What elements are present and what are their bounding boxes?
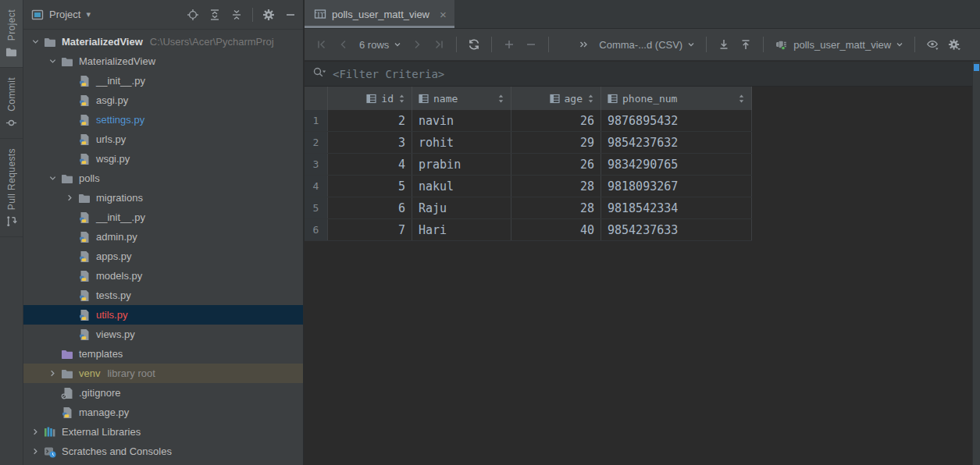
- first-page-button[interactable]: [311, 35, 333, 54]
- cell-name[interactable]: navin: [412, 110, 511, 131]
- view-table-icon: [314, 8, 326, 20]
- tree-item-scratches-and-consoles[interactable]: Scratches and Consoles: [23, 442, 303, 461]
- tree-item-external-libraries[interactable]: External Libraries: [23, 422, 303, 442]
- delete-row-button[interactable]: [520, 35, 542, 54]
- column-header-age[interactable]: age: [511, 87, 601, 110]
- stripe-tab-pull-requests[interactable]: Pull Requests: [0, 139, 23, 237]
- cell-id[interactable]: 7: [328, 219, 412, 240]
- tree-item-init-py[interactable]: __init__.py: [23, 208, 303, 227]
- chevron-right-icon[interactable]: [28, 447, 42, 456]
- collapse-all-button[interactable]: [230, 9, 243, 21]
- import-data-button[interactable]: [735, 35, 757, 54]
- row-number[interactable]: 4: [305, 176, 328, 197]
- stripe-tab-project[interactable]: Project: [0, 0, 23, 68]
- cell-age[interactable]: 26: [511, 110, 601, 131]
- cell-name[interactable]: Raju: [412, 197, 511, 218]
- chevron-down-icon[interactable]: [45, 174, 59, 183]
- chevron-right-icon[interactable]: [45, 369, 59, 378]
- gitignore-icon: [59, 387, 75, 399]
- cell-id[interactable]: 6: [328, 197, 412, 218]
- tree-item-apps-py[interactable]: apps.py: [23, 247, 303, 266]
- tree-item-models-py[interactable]: models.py: [23, 266, 303, 286]
- hide-panel-button[interactable]: [284, 9, 297, 21]
- panel-options-gear-icon[interactable]: [262, 9, 275, 21]
- reload-page-button[interactable]: [463, 35, 485, 54]
- tree-item-asgi-py[interactable]: asgi.py: [23, 91, 303, 110]
- cell-id[interactable]: 2: [328, 110, 412, 131]
- tree-item-utils-py[interactable]: utils.py: [23, 305, 303, 325]
- tree-item-urls-py[interactable]: urls.py: [23, 130, 303, 149]
- tree-item-manage-py[interactable]: manage.py: [23, 403, 303, 422]
- divider: [914, 37, 915, 52]
- tree-item-wsgi-py[interactable]: wsgi.py: [23, 149, 303, 169]
- toolbar-overflow-button[interactable]: [572, 35, 594, 54]
- cell-phone_num[interactable]: 9854237632: [601, 132, 752, 153]
- last-page-button[interactable]: [428, 35, 450, 54]
- tree-item-migrations[interactable]: migrations: [23, 188, 303, 208]
- tree-item-tests-py[interactable]: tests.py: [23, 286, 303, 305]
- export-data-button[interactable]: [713, 35, 735, 54]
- cell-phone_num[interactable]: 9854237633: [601, 219, 752, 240]
- tree-item-init-py[interactable]: __init__.py: [23, 71, 303, 91]
- row-number[interactable]: 1: [305, 110, 328, 131]
- tree-item-admin-py[interactable]: admin.py: [23, 227, 303, 247]
- chevron-down-icon[interactable]: [45, 57, 59, 66]
- cell-age[interactable]: 28: [511, 197, 601, 218]
- chevron-right-icon[interactable]: [62, 193, 77, 202]
- filter-criteria-input[interactable]: <Filter Criteria>: [305, 62, 980, 87]
- cell-phone_num[interactable]: 9818542334: [601, 197, 752, 218]
- row-number[interactable]: 2: [305, 132, 328, 153]
- cell-phone_num[interactable]: 9834290765: [601, 154, 752, 175]
- page-size-dropdown[interactable]: 6 rows: [359, 39, 401, 51]
- stripe-tab-commit[interactable]: Commit: [0, 68, 23, 139]
- close-tab-icon[interactable]: ×: [440, 9, 447, 20]
- chevron-right-icon[interactable]: [28, 428, 42, 436]
- cell-id[interactable]: 3: [328, 132, 412, 153]
- folder-icon: [77, 192, 92, 204]
- cell-age[interactable]: 40: [511, 219, 601, 240]
- cell-id[interactable]: 5: [328, 176, 412, 197]
- table-row: 56Raju289818542334: [305, 197, 752, 219]
- cell-age[interactable]: 26: [511, 154, 601, 175]
- column-header-phone_num[interactable]: phone_num: [601, 87, 752, 110]
- table-corner-cell: [305, 87, 328, 110]
- tree-item-templates[interactable]: templates: [23, 344, 303, 364]
- data-source-dropdown[interactable]: polls_user_matt_view: [775, 38, 903, 51]
- select-opened-file-button[interactable]: [187, 9, 199, 21]
- view-options-button[interactable]: [921, 35, 943, 54]
- cell-id[interactable]: 4: [328, 154, 412, 175]
- next-page-button[interactable]: [406, 35, 428, 54]
- cell-age[interactable]: 29: [511, 132, 601, 153]
- tree-item-polls[interactable]: polls: [23, 169, 303, 188]
- cell-phone_num[interactable]: 9876895432: [601, 110, 752, 131]
- cell-age[interactable]: 28: [511, 176, 601, 197]
- add-row-button[interactable]: [498, 35, 520, 54]
- column-header-id[interactable]: id: [328, 87, 412, 110]
- tree-item-views-py[interactable]: views.py: [23, 325, 303, 344]
- tab-polls-user-matt-view[interactable]: polls_user_matt_view ×: [305, 0, 454, 28]
- row-number[interactable]: 6: [305, 219, 328, 240]
- column-header-name[interactable]: name: [412, 87, 511, 110]
- tree-item-gitignore[interactable]: .gitignore: [23, 383, 303, 403]
- previous-page-button[interactable]: [333, 35, 355, 54]
- export-format-dropdown[interactable]: Comma-...d (CSV): [599, 39, 695, 51]
- cell-name[interactable]: Hari: [412, 219, 511, 240]
- cell-name[interactable]: rohit: [412, 132, 511, 153]
- cell-name[interactable]: prabin: [412, 154, 511, 175]
- sort-icon: [587, 94, 594, 104]
- tree-item-venv[interactable]: venvlibrary root: [23, 364, 303, 383]
- tree-item-materializedview[interactable]: MaterializedViewC:\Users\Acer\PycharmPro…: [23, 32, 303, 51]
- tree-item-label: __init__.py: [96, 75, 145, 87]
- row-number[interactable]: 3: [305, 154, 328, 175]
- tree-item-materializedview[interactable]: MaterializedView: [23, 51, 303, 71]
- editor-scrollbar[interactable]: [972, 62, 980, 465]
- chevron-down-icon[interactable]: [28, 37, 42, 46]
- cell-name[interactable]: nakul: [412, 176, 511, 197]
- stripe-label-pull-requests: Pull Requests: [6, 148, 17, 210]
- settings-gear-button[interactable]: [943, 35, 965, 54]
- expand-all-button[interactable]: [208, 9, 221, 21]
- cell-phone_num[interactable]: 9818093267: [601, 176, 752, 197]
- chevron-down-icon[interactable]: ▾: [86, 9, 91, 20]
- tree-item-settings-py[interactable]: settings.py: [23, 110, 303, 130]
- row-number[interactable]: 5: [305, 197, 328, 218]
